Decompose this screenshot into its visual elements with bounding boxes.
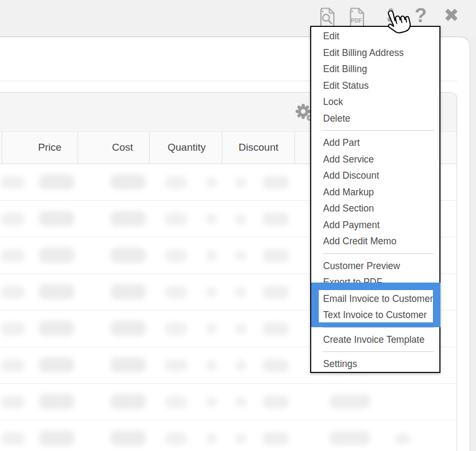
menu-separator: [323, 253, 434, 254]
redacted-cell: [206, 177, 217, 188]
redacted-cell: [39, 321, 74, 336]
table-row: [0, 420, 457, 451]
redacted-cell: [110, 248, 146, 263]
redacted-cell: [1, 213, 25, 226]
redacted-cell: [206, 287, 217, 298]
redacted-cell: [235, 323, 247, 334]
menu-item-add-markup[interactable]: Add Markup: [311, 184, 439, 201]
menu-item-edit-billing[interactable]: Edit Billing: [311, 61, 439, 77]
menu-item-edit-status[interactable]: Edit Status: [311, 77, 439, 94]
redacted-cell: [39, 394, 74, 409]
redacted-cell: [1, 322, 25, 335]
redacted-cell: [395, 433, 411, 444]
redacted-cell: [262, 396, 289, 408]
help-icon[interactable]: ?: [415, 5, 427, 25]
redacted-cell: [110, 211, 146, 226]
menu-item-text-invoice-to-customer[interactable]: Text Invoice to Customer: [311, 307, 439, 323]
redacted-cell: [235, 360, 247, 371]
redacted-cell: [110, 174, 146, 189]
redacted-cell: [206, 323, 217, 334]
menu-item-add-credit-memo[interactable]: Add Credit Memo: [311, 233, 439, 250]
redacted-cell: [39, 248, 74, 263]
redacted-cell: [165, 359, 187, 372]
redacted-cell: [165, 432, 187, 445]
redacted-cell: [110, 431, 146, 446]
menu-item-add-section[interactable]: Add Section: [311, 200, 439, 217]
redacted-cell: [39, 211, 74, 226]
redacted-cell: [330, 431, 370, 445]
redacted-cell: [235, 214, 247, 224]
redacted-cell: [206, 360, 217, 371]
redacted-cell: [110, 394, 146, 409]
menu-item-add-part[interactable]: Add Part: [311, 135, 439, 151]
redacted-cell: [262, 176, 289, 189]
redacted-cell: [262, 286, 289, 299]
redacted-cell: [330, 394, 370, 408]
menu-item-delete[interactable]: Delete: [311, 110, 439, 127]
table-row: [0, 384, 457, 420]
redacted-cell: [165, 176, 187, 189]
redacted-cell: [39, 284, 74, 299]
redacted-cell: [262, 213, 289, 226]
redacted-cell: [235, 177, 247, 188]
menu-separator: [323, 130, 434, 131]
menu-separator: [323, 327, 434, 328]
menu-separator: [323, 351, 434, 352]
menu-item-lock[interactable]: Lock: [311, 94, 439, 110]
redacted-cell: [1, 432, 25, 445]
redacted-cell: [165, 396, 187, 408]
redacted-cell: [206, 250, 217, 261]
redacted-cell: [262, 359, 289, 372]
redacted-cell: [262, 249, 289, 262]
document-preview-icon[interactable]: [318, 7, 337, 29]
column-header-quantity: Quantity: [149, 132, 222, 164]
menu-item-add-discount[interactable]: Add Discount: [311, 167, 439, 184]
redacted-cell: [235, 287, 247, 298]
redacted-cell: [110, 357, 146, 372]
redacted-cell: [1, 249, 25, 262]
redacted-cell: [165, 286, 187, 299]
column-header-discount: Discount: [222, 132, 295, 164]
redacted-cell: [235, 250, 247, 261]
redacted-cell: [1, 286, 25, 299]
redacted-cell: [262, 432, 289, 445]
menu-item-settings[interactable]: Settings: [311, 356, 439, 372]
menu-item-edit[interactable]: Edit: [311, 28, 439, 45]
redacted-cell: [165, 249, 187, 262]
redacted-cell: [39, 431, 74, 446]
redacted-cell: [165, 322, 187, 335]
redacted-cell: [1, 176, 25, 189]
redacted-cell: [1, 396, 25, 408]
close-icon[interactable]: ✖: [444, 6, 459, 24]
menu-item-add-service[interactable]: Add Service: [311, 151, 439, 168]
redacted-cell: [1, 359, 25, 372]
menu-item-create-invoice-template[interactable]: Create Invoice Template: [311, 332, 439, 348]
redacted-cell: [39, 357, 74, 372]
redacted-cell: [39, 174, 74, 189]
pdf-icon-label: PDF: [351, 17, 363, 24]
redacted-cell: [165, 213, 187, 226]
redacted-cell: [110, 321, 146, 336]
redacted-cell: [110, 284, 146, 299]
redacted-cell: [206, 214, 217, 224]
menu-item-customer-preview[interactable]: Customer Preview: [311, 258, 439, 274]
menu-item-edit-billing-address[interactable]: Edit Billing Address: [311, 45, 439, 61]
redacted-cell: [206, 433, 217, 444]
redacted-cell: [262, 322, 289, 335]
context-menu: Edit Edit Billing Address Edit Billing E…: [310, 26, 440, 373]
menu-item-add-payment[interactable]: Add Payment: [311, 217, 439, 234]
menu-item-email-invoice-to-customer[interactable]: Email Invoice to Customer: [311, 291, 439, 307]
redacted-cell: [235, 397, 247, 407]
menu-item-export-to-pdf[interactable]: Export to PDF: [311, 274, 439, 291]
pdf-export-icon[interactable]: PDF: [348, 7, 366, 29]
redacted-cell: [235, 433, 247, 444]
column-header-cost: Cost: [78, 132, 149, 164]
column-header-price: Price: [2, 132, 78, 164]
redacted-cell: [206, 397, 217, 407]
